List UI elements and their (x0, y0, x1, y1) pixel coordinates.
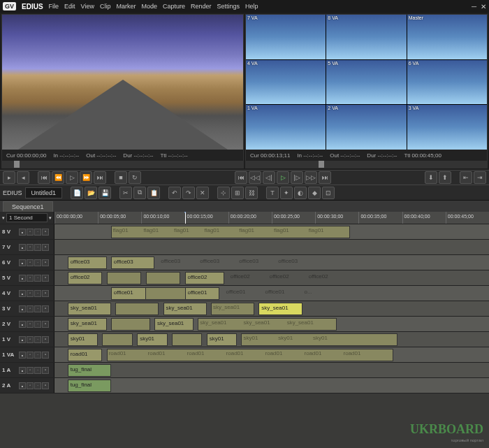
track-toggle[interactable]: ▫ (42, 290, 49, 297)
source-scrub[interactable] (2, 161, 243, 168)
track-toggle[interactable]: ▫ (42, 352, 49, 359)
clip[interactable]: office01 (111, 287, 146, 300)
track-toggle[interactable]: · (34, 352, 41, 359)
clip[interactable]: tug_final (68, 380, 111, 392)
track-toggle[interactable]: ◦ (27, 275, 34, 282)
save-button[interactable]: 💾 (98, 187, 111, 199)
track-toggle[interactable]: ◦ (27, 321, 34, 328)
track-toggle[interactable]: ▫ (42, 275, 49, 282)
track-toggle[interactable]: ∘ (19, 321, 26, 328)
clip[interactable]: sky01 (207, 333, 238, 346)
clip[interactable] (111, 318, 150, 331)
step-back-button[interactable]: ⏪ (52, 171, 64, 184)
group-button[interactable]: ⊞ (231, 187, 244, 199)
step-prev-button[interactable]: ◁| (263, 171, 275, 184)
source-view[interactable] (2, 15, 243, 150)
forward-button[interactable]: ▷▷ (305, 171, 317, 184)
cut-button[interactable]: ✂ (119, 187, 132, 199)
prev-edit-button[interactable]: ⏮ (235, 171, 247, 184)
track-header[interactable]: 4 V∘◦·▫ (0, 286, 54, 301)
playhead[interactable] (185, 212, 186, 224)
clip[interactable]: sky_sea01 (163, 303, 207, 315)
track-header[interactable]: 3 V∘◦·▫ (0, 301, 54, 316)
track-lane[interactable] (54, 240, 489, 254)
track-toggle[interactable]: ▫ (42, 336, 49, 343)
menu-settings[interactable]: Settings (217, 3, 240, 10)
track-toggle[interactable]: ◦ (27, 244, 34, 251)
track-header[interactable]: 8 V∘◦·▫ (0, 224, 54, 239)
track-toggle[interactable]: ▫ (42, 229, 49, 236)
minimize-icon[interactable]: ─ (472, 3, 476, 10)
title-button[interactable]: T (266, 187, 279, 199)
clip[interactable]: office03 (68, 256, 107, 269)
track-toggle[interactable]: · (34, 367, 41, 374)
track-lane[interactable]: sky_sea01sky_sea01sky_sea01sky_sea01sky_… (54, 317, 489, 331)
clip[interactable] (172, 333, 203, 346)
clip[interactable]: sky_sea01 (154, 318, 194, 331)
multiview-thumb[interactable]: 2 VA (326, 105, 406, 150)
clip[interactable] (115, 303, 159, 315)
track-toggle[interactable]: ∘ (19, 352, 26, 359)
track-toggle[interactable]: ∘ (19, 259, 26, 266)
insert-button[interactable]: ⬇ (425, 171, 437, 184)
track-toggle[interactable]: ◦ (27, 259, 34, 266)
track-toggle[interactable]: · (34, 275, 41, 282)
goto-end-button[interactable]: ⏭ (94, 171, 106, 184)
undo-button[interactable]: ↶ (168, 187, 181, 199)
delete-button[interactable]: ✕ (196, 187, 209, 199)
track-header[interactable]: 1 A∘◦·▫ (0, 363, 54, 377)
track-lane[interactable]: office03office03office03office03office03… (54, 255, 489, 270)
track-toggle[interactable]: ◦ (27, 382, 34, 389)
track-toggle[interactable]: ▫ (42, 382, 49, 389)
menu-mode[interactable]: Mode (142, 3, 158, 10)
track-toggle[interactable]: ▫ (42, 305, 49, 312)
ruler[interactable]: 00:00:00;0000:00:05;0000:00:10;0000:00:1… (54, 212, 489, 224)
menu-clip[interactable]: Clip (100, 3, 111, 10)
menu-marker[interactable]: Marker (116, 3, 136, 10)
track-lane[interactable]: sky01sky01sky01sky01sky01sky01 (54, 332, 489, 347)
scale-control[interactable]: ▾ 1 Second ▾ (0, 212, 54, 224)
track-header[interactable]: 5 V∘◦·▫ (0, 270, 54, 285)
track-toggle[interactable]: ▫ (42, 367, 49, 374)
mark-out-button[interactable]: ◂ (17, 171, 29, 184)
open-button[interactable]: 📂 (85, 187, 97, 199)
track-toggle[interactable]: ∘ (19, 229, 26, 236)
track-toggle[interactable]: ▫ (42, 259, 49, 266)
menu-file[interactable]: File (49, 3, 59, 10)
menu-edit[interactable]: Edit (64, 3, 75, 10)
play-timeline-button[interactable]: ▷ (277, 171, 289, 184)
track-header[interactable]: 7 V∘◦·▫ (0, 240, 54, 254)
mask-button[interactable]: ◐ (294, 187, 307, 199)
track-lane[interactable]: road01road01road01road01road01road01road… (54, 347, 489, 362)
clip[interactable]: office02 (185, 272, 224, 284)
effect-button[interactable]: ✦ (280, 187, 293, 199)
multiview-thumb[interactable]: Master (407, 15, 487, 59)
multiview-thumb[interactable]: 3 VA (407, 105, 487, 150)
multiview-thumb[interactable]: 1 VA (246, 105, 326, 150)
track-toggle[interactable]: ▫ (42, 244, 49, 251)
track-header[interactable]: 2 A∘◦·▫ (0, 378, 54, 393)
close-icon[interactable]: ✕ (481, 3, 486, 10)
track-toggle[interactable]: · (34, 336, 41, 343)
menu-capture[interactable]: Capture (163, 3, 185, 10)
split-button[interactable]: ⊹ (217, 187, 230, 199)
track-toggle[interactable]: ∘ (19, 244, 26, 251)
clip[interactable]: sky01 (137, 333, 168, 346)
mark-in-button[interactable]: ▸ (3, 171, 15, 184)
project-name[interactable]: Untitled1 (25, 187, 63, 198)
track-toggle[interactable]: · (34, 259, 41, 266)
track-toggle[interactable]: · (34, 244, 41, 251)
step-next-button[interactable]: |▷ (291, 171, 303, 184)
clip[interactable]: road01 (68, 349, 103, 361)
loop-button[interactable]: ↻ (129, 171, 141, 184)
track-header[interactable]: 1 VA∘◦·▫ (0, 347, 54, 362)
multiview-thumb[interactable]: 6 VA (407, 60, 487, 105)
track-toggle[interactable]: · (34, 290, 41, 297)
stop-button[interactable]: ■ (115, 171, 127, 184)
link-button[interactable]: ⛓ (245, 187, 258, 199)
track-header[interactable]: 2 V∘◦·▫ (0, 317, 54, 331)
overwrite-button[interactable]: ⬆ (439, 171, 451, 184)
track-toggle[interactable]: ∘ (19, 367, 26, 374)
track-lane[interactable]: tug_final (54, 378, 489, 393)
track-lane[interactable]: office02office02office02office02office02 (54, 270, 489, 285)
